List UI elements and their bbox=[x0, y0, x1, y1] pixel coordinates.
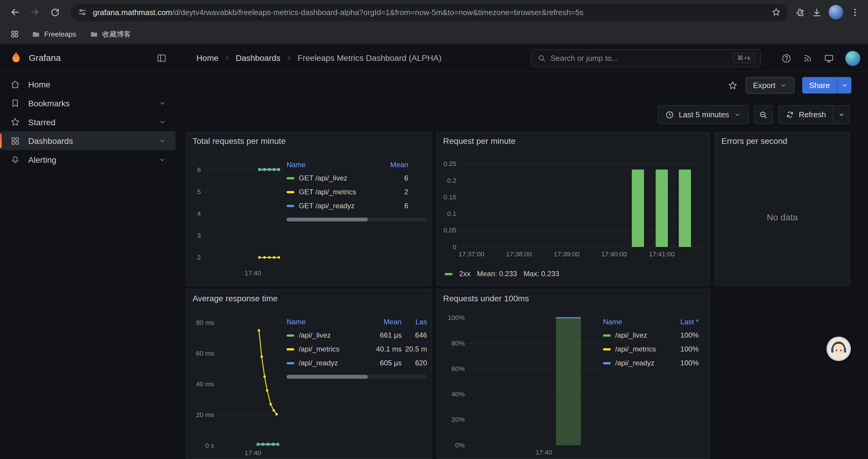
site-info-icon[interactable] bbox=[78, 7, 88, 17]
bar-chart[interactable]: 0.250.20.150.10.05017:37:0017:38:0017:39… bbox=[437, 132, 710, 286]
series-mean: Mean: 0.233 bbox=[477, 270, 517, 278]
grafana-top-nav: Grafana Home Dashboards Freeleaps Metric… bbox=[0, 44, 868, 72]
bookmark-item-blog[interactable]: 收藏博客 bbox=[85, 27, 135, 41]
apps-grid-icon[interactable] bbox=[6, 27, 23, 41]
news-rss-icon[interactable] bbox=[803, 53, 813, 63]
svg-text:60%: 60% bbox=[452, 365, 465, 372]
svg-text:5: 5 bbox=[197, 188, 200, 196]
svg-text:17:40: 17:40 bbox=[245, 449, 261, 457]
panel-total-requests-per-minute: Total requests per minute 6543217:40 Nam… bbox=[186, 132, 432, 286]
dashboard-main: Export Share Last 5 minutes bbox=[176, 72, 868, 459]
legend-row[interactable]: /api/_livez 100% bbox=[603, 328, 699, 342]
svg-text:17:37:00: 17:37:00 bbox=[459, 251, 484, 258]
scrollbar-thumb[interactable] bbox=[286, 218, 368, 222]
panel-title[interactable]: Average response time bbox=[193, 293, 278, 303]
bell-icon bbox=[10, 154, 21, 165]
extensions-icon[interactable] bbox=[795, 7, 805, 18]
sidebar-item-alerting[interactable]: Alerting bbox=[0, 150, 176, 169]
legend-row[interactable]: /api/_livez 661 µs 646 bbox=[286, 328, 427, 342]
sidebar-toggle-icon[interactable] bbox=[156, 52, 167, 63]
share-dropdown-button[interactable] bbox=[837, 77, 851, 94]
help-icon[interactable] bbox=[781, 53, 792, 64]
browser-toolbar: grafana.mathmast.com/d/deytv4rwavabkb/fr… bbox=[0, 0, 868, 24]
series-color-dash bbox=[445, 273, 452, 275]
clock-icon bbox=[665, 110, 675, 119]
svg-text:17:40:00: 17:40:00 bbox=[601, 251, 627, 258]
toolbar-right bbox=[795, 5, 862, 20]
breadcrumb-dashboards[interactable]: Dashboards bbox=[236, 53, 280, 63]
svg-text:17:40: 17:40 bbox=[536, 449, 552, 456]
user-avatar[interactable] bbox=[845, 51, 860, 66]
svg-text:0: 0 bbox=[453, 243, 456, 251]
sidebar-item-home[interactable]: Home bbox=[0, 75, 176, 94]
sidebar-item-dashboards[interactable]: Dashboards bbox=[0, 131, 176, 150]
zoom-out-button[interactable] bbox=[754, 105, 773, 124]
legend-header: Name Mean Las bbox=[286, 315, 427, 328]
share-split-button: Share bbox=[802, 77, 851, 94]
grafana-logo[interactable] bbox=[9, 51, 23, 65]
address-bar[interactable]: grafana.mathmast.com/d/deytv4rwavabkb/fr… bbox=[71, 4, 788, 21]
panel-title[interactable]: Errors per second bbox=[721, 136, 787, 145]
legend-scrollbar[interactable] bbox=[286, 218, 427, 222]
favorite-star-icon[interactable] bbox=[728, 80, 738, 91]
legend-row[interactable]: GET /api/_livez 6 bbox=[286, 171, 427, 185]
refresh-button[interactable]: Refresh bbox=[778, 105, 833, 124]
legend-header: Name Mean bbox=[286, 158, 427, 171]
svg-text:0.15: 0.15 bbox=[443, 193, 457, 201]
chevron-down-icon[interactable] bbox=[158, 99, 167, 107]
panel-requests-under-100ms: Requests under 100ms 100%80%60%40%20%0%1… bbox=[436, 289, 710, 459]
series-name[interactable]: 2xx bbox=[459, 270, 470, 278]
export-button[interactable]: Export bbox=[746, 77, 794, 94]
scrollbar-thumb[interactable] bbox=[286, 375, 368, 379]
svg-text:4: 4 bbox=[197, 210, 200, 218]
assistant-avatar[interactable] bbox=[828, 338, 850, 360]
sidebar-item-starred[interactable]: Starred bbox=[0, 112, 176, 131]
forward-button[interactable] bbox=[25, 3, 44, 22]
chevron-down-icon[interactable] bbox=[158, 155, 167, 164]
refresh-interval-dropdown[interactable] bbox=[833, 105, 850, 124]
kiosk-monitor-icon[interactable] bbox=[824, 53, 834, 64]
series-color-dash bbox=[286, 177, 294, 179]
folder-icon bbox=[90, 30, 98, 38]
panel-title[interactable]: Requests under 100ms bbox=[443, 293, 529, 303]
legend-scrollbar[interactable] bbox=[286, 375, 427, 379]
legend-inline: 2xx Mean: 0.233 Max: 0.233 bbox=[445, 270, 559, 278]
legend-header: Name Last * bbox=[603, 315, 699, 328]
series-color-dash bbox=[286, 362, 294, 364]
time-range-picker[interactable]: Last 5 minutes bbox=[658, 105, 748, 124]
chevron-down-icon[interactable] bbox=[158, 136, 167, 145]
browser-profile-avatar[interactable] bbox=[829, 5, 843, 20]
reload-button[interactable] bbox=[45, 3, 64, 22]
legend-row[interactable]: /api/_readyz 100% bbox=[603, 356, 699, 370]
series-max: Max: 0.233 bbox=[524, 270, 559, 278]
search-icon bbox=[537, 54, 546, 63]
dashboard-actions: Export Share bbox=[176, 72, 868, 94]
legend-row[interactable]: GET /api/_readyz 6 bbox=[286, 199, 427, 213]
legend-row[interactable]: /api/_metrics 40.1 ms 20.5 m bbox=[286, 342, 427, 356]
chevron-down-icon[interactable] bbox=[158, 118, 167, 126]
panel-title[interactable]: Request per minute bbox=[443, 136, 516, 145]
share-button[interactable]: Share bbox=[802, 77, 837, 94]
legend-row[interactable]: /api/_readyz 605 µs 620 bbox=[286, 356, 427, 370]
svg-text:80%: 80% bbox=[452, 340, 465, 347]
series-color-dash bbox=[603, 348, 611, 350]
series-color-dash bbox=[286, 191, 294, 193]
svg-text:0.25: 0.25 bbox=[443, 160, 457, 167]
search-input[interactable] bbox=[550, 54, 728, 63]
svg-text:0.2: 0.2 bbox=[447, 177, 457, 184]
back-button[interactable] bbox=[6, 3, 25, 22]
breadcrumb-home[interactable]: Home bbox=[196, 53, 219, 63]
panel-title[interactable]: Total requests per minute bbox=[193, 136, 286, 145]
panel-errors-per-second: Errors per second No data bbox=[715, 132, 850, 286]
legend-row[interactable]: GET /api/_metrics 2 bbox=[286, 185, 427, 199]
bookmark-star-icon[interactable] bbox=[771, 7, 781, 17]
browser-menu-icon[interactable] bbox=[850, 7, 860, 18]
svg-text:6: 6 bbox=[197, 166, 200, 174]
legend-row[interactable]: /api/_metrics 100% bbox=[603, 342, 699, 356]
sidebar-item-bookmarks[interactable]: Bookmarks bbox=[0, 94, 176, 112]
downloads-icon[interactable] bbox=[812, 7, 822, 18]
svg-text:20%: 20% bbox=[452, 416, 465, 423]
search-box[interactable]: ⌘+k bbox=[531, 49, 761, 67]
svg-text:17:39:00: 17:39:00 bbox=[554, 251, 579, 258]
bookmark-item-freeleaps[interactable]: Freeleaps bbox=[27, 28, 81, 41]
